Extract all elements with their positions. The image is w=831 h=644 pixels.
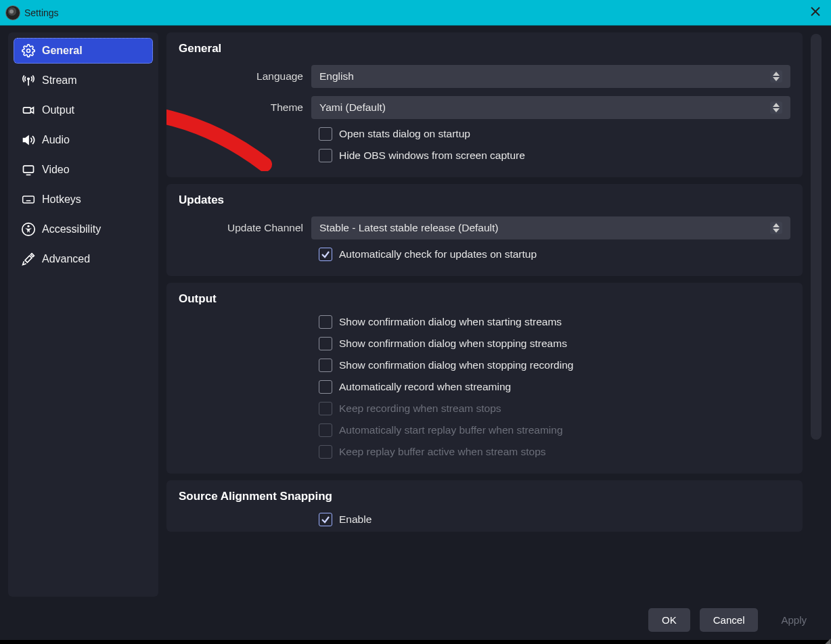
- confirm-stop-stream-checkbox[interactable]: [319, 337, 332, 350]
- chevron-updown-icon: [770, 222, 782, 234]
- sidebar-item-label: Stream: [42, 74, 77, 87]
- auto-check-updates-label: Automatically check for updates on start…: [339, 248, 537, 260]
- auto-record-label: Automatically record when streaming: [339, 381, 511, 393]
- gear-icon: [22, 44, 35, 58]
- cancel-button[interactable]: Cancel: [700, 608, 759, 632]
- auto-replay-buffer-checkbox: [319, 423, 332, 437]
- keep-recording-label: Keep recording when stream stops: [339, 402, 501, 415]
- svg-rect-9: [23, 196, 35, 203]
- sidebar: General Stream Output Audio Video: [8, 32, 158, 597]
- sidebar-item-label: Hotkeys: [42, 193, 81, 206]
- accessibility-icon: [22, 223, 35, 236]
- sidebar-item-label: Video: [42, 164, 70, 176]
- section-updates: Updates Update Channel Stable - Latest s…: [166, 184, 803, 276]
- dialog-footer: OK Cancel Apply: [0, 599, 831, 640]
- update-channel-select[interactable]: Stable - Latest stable release (Default): [311, 216, 790, 239]
- keep-replay-buffer-checkbox: [319, 445, 332, 459]
- svg-marker-6: [24, 136, 29, 144]
- svg-marker-22: [773, 229, 780, 233]
- svg-marker-18: [773, 77, 780, 81]
- chevron-updown-icon: [770, 101, 782, 114]
- language-select[interactable]: English: [311, 65, 790, 88]
- theme-value: Yami (Default): [319, 101, 386, 114]
- sidebar-item-hotkeys[interactable]: Hotkeys: [14, 187, 153, 212]
- sidebar-item-general[interactable]: General: [14, 38, 153, 64]
- resize-grip-icon[interactable]: ◢: [825, 639, 829, 643]
- sidebar-item-label: Advanced: [42, 253, 90, 265]
- monitor-icon: [22, 163, 35, 177]
- auto-check-updates-checkbox[interactable]: [319, 248, 332, 261]
- sidebar-item-output[interactable]: Output: [14, 97, 153, 123]
- svg-marker-19: [773, 103, 780, 107]
- svg-marker-17: [773, 72, 780, 76]
- sidebar-item-label: Audio: [42, 134, 70, 146]
- theme-select[interactable]: Yami (Default): [311, 96, 790, 119]
- scrollbar-thumb[interactable]: [812, 35, 820, 437]
- sidebar-item-accessibility[interactable]: Accessibility: [14, 216, 153, 242]
- scrollbar[interactable]: [811, 34, 822, 440]
- section-snapping: Source Alignment Snapping Enable: [166, 480, 803, 532]
- camera-output-icon: [22, 104, 35, 117]
- confirm-start-stream-checkbox[interactable]: [319, 315, 332, 329]
- snapping-enable-label: Enable: [339, 513, 372, 526]
- svg-marker-21: [773, 223, 780, 227]
- keyboard-icon: [22, 193, 35, 206]
- auto-record-checkbox[interactable]: [319, 380, 332, 394]
- language-value: English: [319, 70, 354, 83]
- ok-button[interactable]: OK: [648, 608, 690, 632]
- svg-rect-5: [24, 108, 31, 113]
- keep-recording-checkbox: [319, 402, 332, 415]
- apply-button: Apply: [767, 608, 820, 632]
- sidebar-item-video[interactable]: Video: [14, 157, 153, 183]
- snapping-enable-checkbox[interactable]: [319, 513, 332, 526]
- section-output: Output Show confirmation dialog when sta…: [166, 283, 803, 474]
- svg-point-2: [27, 49, 30, 53]
- theme-label: Theme: [179, 101, 311, 114]
- sidebar-item-audio[interactable]: Audio: [14, 127, 153, 153]
- section-title-updates: Updates: [179, 193, 790, 207]
- language-label: Language: [179, 70, 311, 83]
- obs-icon: [5, 5, 20, 20]
- confirm-stop-recording-checkbox[interactable]: [319, 359, 332, 372]
- settings-content: General Language English Th: [166, 32, 823, 597]
- window-title: Settings: [24, 7, 59, 18]
- hide-windows-label: Hide OBS windows from screen capture: [339, 150, 525, 162]
- open-stats-label: Open stats dialog on startup: [339, 128, 470, 140]
- keep-replay-buffer-label: Keep replay buffer active when stream st…: [339, 446, 546, 458]
- section-title-general: General: [179, 42, 790, 55]
- tools-icon: [22, 252, 35, 266]
- section-title-output: Output: [179, 292, 790, 306]
- confirm-stop-recording-label: Show confirmation dialog when stopping r…: [339, 359, 573, 371]
- sidebar-item-label: Accessibility: [42, 223, 101, 235]
- svg-point-16: [27, 225, 29, 227]
- section-title-snapping: Source Alignment Snapping: [179, 490, 790, 503]
- svg-marker-20: [773, 108, 780, 112]
- chevron-updown-icon: [770, 70, 782, 83]
- open-stats-checkbox[interactable]: [319, 127, 332, 141]
- confirm-stop-stream-label: Show confirmation dialog when stopping s…: [339, 338, 567, 350]
- update-channel-label: Update Channel: [179, 222, 311, 234]
- sidebar-item-advanced[interactable]: Advanced: [14, 246, 153, 272]
- titlebar: Settings: [0, 0, 831, 26]
- svg-rect-7: [24, 166, 34, 172]
- update-channel-value: Stable - Latest stable release (Default): [319, 222, 499, 234]
- close-icon[interactable]: [805, 3, 826, 22]
- confirm-start-stream-label: Show confirmation dialog when starting s…: [339, 316, 562, 328]
- antenna-icon: [22, 74, 35, 87]
- sidebar-item-label: Output: [42, 104, 74, 116]
- hide-windows-checkbox[interactable]: [319, 149, 332, 162]
- sidebar-item-label: General: [42, 45, 83, 57]
- section-general: General Language English Th: [166, 32, 803, 177]
- sidebar-item-stream[interactable]: Stream: [14, 68, 153, 93]
- auto-replay-buffer-label: Automatically start replay buffer when s…: [339, 424, 563, 436]
- speaker-icon: [22, 133, 35, 147]
